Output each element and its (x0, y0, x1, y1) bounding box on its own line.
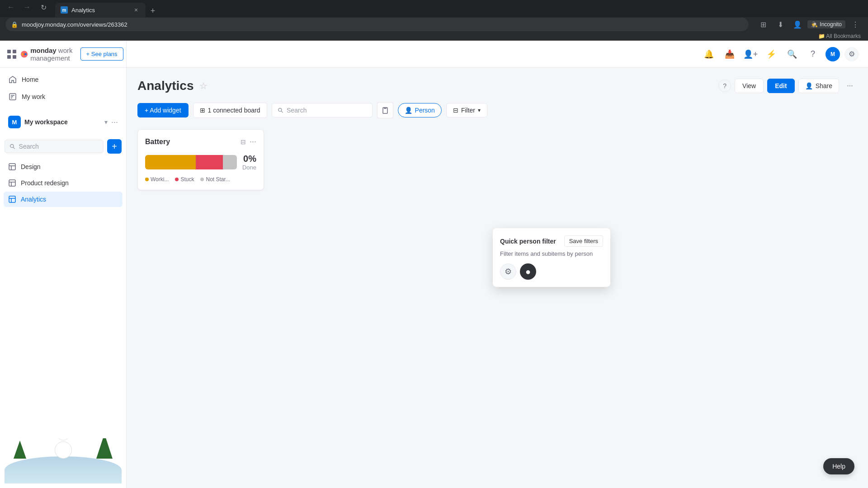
battery-bar (145, 155, 237, 169)
home-label: Home (22, 76, 38, 83)
forward-button[interactable]: → (20, 0, 34, 14)
invite-button[interactable]: 👤+ (742, 46, 759, 62)
back-button[interactable]: ← (4, 0, 18, 14)
sidebar-search-container[interactable] (5, 140, 104, 153)
favorite-star-icon[interactable]: ☆ (199, 80, 208, 91)
popup-avatar-user[interactable]: ● (520, 263, 536, 280)
share-button[interactable]: 👤 Share (798, 79, 839, 93)
filter-icon: ⊟ (453, 107, 458, 114)
person-icon: 👤 (405, 107, 412, 114)
notifications-button[interactable]: 🔔 (701, 46, 717, 62)
analytics-board-icon (8, 195, 16, 203)
battery-visual: 0% Done (145, 154, 256, 171)
extensions-button[interactable]: ⊞ (756, 17, 770, 32)
filter-label: Filter (461, 107, 475, 114)
my-work-icon (8, 92, 17, 101)
battery-segment-stuck (196, 155, 223, 169)
battery-percent: 0% (242, 154, 256, 164)
widget-filter-icon[interactable]: ⊟ (241, 138, 246, 145)
sidebar-add-button[interactable]: + (107, 139, 122, 154)
search-bar-icon (278, 107, 283, 113)
legend-dot-stuck (175, 178, 179, 181)
quick-person-filter-popup[interactable]: Quick person filter Save filters Filter … (493, 228, 610, 287)
popup-title: Quick person filter (500, 238, 556, 245)
workspace-name: My workspace (24, 118, 101, 126)
sidebar-search-area: + (0, 136, 126, 157)
dashboard-search-bar[interactable] (272, 103, 373, 117)
widget-header: Battery ⊟ ··· (145, 137, 256, 146)
app-container: monday work management + See plans Home (0, 41, 868, 488)
address-bar[interactable]: moodjoy.monday.com/overviews/263362 (22, 21, 127, 28)
legend-label-stuck: Stuck (180, 176, 194, 183)
sidebar-item-home[interactable]: Home (4, 71, 123, 88)
clipboard-button[interactable] (377, 102, 393, 118)
dashboard-header-actions: ? View Edit 👤 Share ··· (718, 79, 857, 93)
widget-title: Battery (145, 138, 237, 146)
sidebar-item-product-redesign[interactable]: Product redesign (4, 175, 123, 191)
sidebar-item-design[interactable]: Design (4, 159, 123, 174)
view-button[interactable]: View (735, 79, 764, 93)
filter-button[interactable]: ⊟ Filter ▾ (446, 103, 487, 117)
svg-rect-11 (9, 180, 15, 186)
svg-point-7 (25, 53, 27, 55)
sidebar-search-input[interactable] (19, 143, 99, 150)
inbox-button[interactable]: 📥 (722, 46, 738, 62)
workspace-header[interactable]: M My workspace ▾ ··· (4, 112, 123, 132)
global-search-button[interactable]: 🔍 (784, 46, 800, 62)
popup-avatar-gear[interactable]: ⚙ (500, 263, 516, 280)
new-tab-button[interactable]: + (146, 5, 159, 17)
help-button[interactable]: ? (805, 46, 821, 62)
battery-segment-working (145, 155, 196, 169)
filter-chevron-icon: ▾ (478, 107, 481, 113)
sidebar-item-analytics[interactable]: Analytics (4, 192, 123, 207)
app-grid-icon[interactable] (7, 46, 16, 62)
workspace-chevron-icon: ▾ (104, 118, 108, 126)
snowman-decoration (0, 434, 126, 488)
browser-tabs: ← → ↻ m Analytics × + (0, 0, 868, 17)
legend-item-working: Worki... (145, 176, 169, 183)
save-filters-button[interactable]: Save filters (564, 235, 603, 247)
legend-item-stuck: Stuck (175, 176, 194, 183)
workspace-more-icon[interactable]: ··· (111, 117, 118, 127)
person-filter-button[interactable]: 👤 Person (398, 103, 442, 117)
reload-button[interactable]: ↻ (36, 0, 51, 14)
design-board-label: Design (21, 163, 41, 170)
settings-button[interactable]: ⚙ (844, 47, 859, 61)
add-widget-button[interactable]: + Add widget (137, 103, 189, 117)
svg-rect-12 (9, 196, 15, 202)
main-content: 🔔 📥 👤+ ⚡ 🔍 ? M ⚙ Analytics ☆ ? View Edit (127, 41, 868, 488)
workspace-section: M My workspace ▾ ··· (0, 108, 126, 136)
legend-dot-working (145, 178, 149, 181)
workspace-icon: M (8, 116, 21, 128)
dashboard-more-button[interactable]: ··· (843, 79, 857, 93)
svg-rect-1 (13, 50, 16, 53)
integrations-button[interactable]: ⚡ (763, 46, 779, 62)
legend-dot-not-started (200, 178, 204, 181)
app-header: 🔔 📥 👤+ ⚡ 🔍 ? M ⚙ (127, 41, 868, 68)
help-button[interactable]: Help (823, 458, 854, 474)
edit-button[interactable]: Edit (767, 79, 794, 93)
svg-point-9 (10, 145, 14, 148)
tab-close-button[interactable]: × (132, 6, 140, 14)
popup-avatars: ⚙ ● (500, 263, 603, 280)
user-avatar[interactable]: M (826, 47, 840, 61)
profile-button[interactable]: 👤 (790, 17, 805, 32)
more-button[interactable]: ⋮ (848, 17, 863, 32)
my-work-label: My work (22, 93, 45, 100)
dashboard-help-button[interactable]: ? (718, 80, 731, 92)
active-tab[interactable]: m Analytics × (55, 3, 146, 17)
share-icon: 👤 (805, 82, 813, 89)
sidebar-item-my-work[interactable]: My work (4, 89, 123, 105)
sidebar-header: monday work management + See plans (0, 41, 126, 68)
dashboard-search-input[interactable] (287, 107, 366, 114)
incognito-badge: 🕵 Incognito (807, 20, 845, 28)
product-redesign-board-icon (8, 179, 16, 187)
legend-label-working: Worki... (151, 176, 169, 183)
downloads-button[interactable]: ⬇ (773, 17, 788, 32)
see-plans-button[interactable]: + See plans (80, 47, 123, 61)
popup-subtitle: Filter items and subitems by person (500, 250, 603, 257)
design-board-icon (8, 163, 16, 171)
svg-rect-2 (7, 55, 11, 59)
widget-more-icon[interactable]: ··· (250, 137, 256, 146)
connected-board-button[interactable]: ⊞ 1 connected board (193, 103, 267, 118)
